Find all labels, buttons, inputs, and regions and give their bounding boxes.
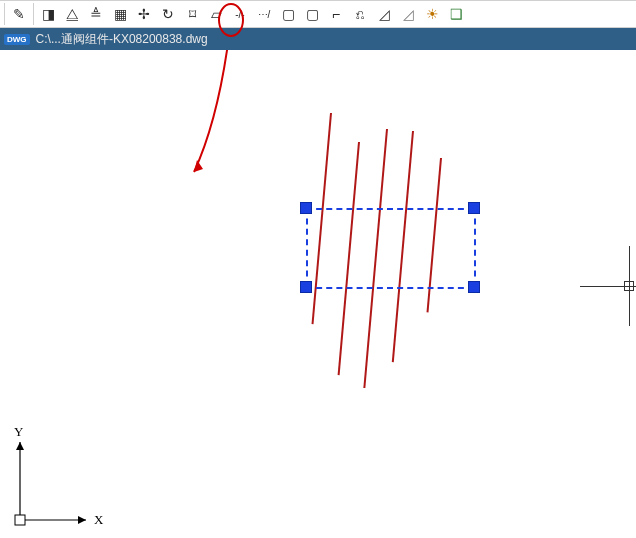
axis-label-x: X — [94, 512, 104, 527]
selection-grip[interactable] — [300, 281, 312, 293]
explode-icon[interactable]: ☀ — [422, 4, 442, 24]
redline-icon — [386, 129, 387, 389]
redline-icon — [412, 131, 413, 363]
svg-rect-4 — [15, 515, 25, 525]
move-icon[interactable]: ✢ — [134, 4, 154, 24]
annotation-circle — [218, 3, 244, 37]
pan-icon[interactable]: ✎ — [9, 4, 29, 24]
selection-edge — [474, 208, 476, 287]
selection-grip[interactable] — [468, 202, 480, 214]
axis-label-y: Y — [14, 424, 24, 439]
scale-icon[interactable]: ◨ — [38, 4, 58, 24]
toolbar-separator — [4, 3, 5, 25]
svg-marker-3 — [16, 442, 24, 450]
svg-marker-1 — [78, 516, 86, 524]
align-icon[interactable]: ≜ — [86, 4, 106, 24]
selection-edge — [306, 208, 308, 287]
block-icon[interactable]: ❑ — [446, 4, 466, 24]
crosshair-pickbox — [624, 281, 634, 291]
redline-icon — [440, 158, 441, 313]
offset-icon[interactable]: ⌑ — [182, 4, 202, 24]
extend-icon[interactable]: ⋯/ — [254, 4, 274, 24]
array-icon[interactable]: ▦ — [110, 4, 130, 24]
rotate-icon[interactable]: ↻ — [158, 4, 178, 24]
selection-edge — [306, 287, 474, 289]
fillet-icon[interactable]: ⌐ — [326, 4, 346, 24]
break-icon[interactable]: ⎌ — [350, 4, 370, 24]
selection-grip[interactable] — [300, 202, 312, 214]
angle2-icon[interactable]: ◿ — [398, 4, 418, 24]
toolbar-separator — [33, 3, 34, 25]
ucs-icon: X Y — [8, 422, 108, 532]
angle1-icon[interactable]: ◿ — [374, 4, 394, 24]
drawing-canvas[interactable]: X Y — [0, 50, 636, 538]
selection-grip[interactable] — [468, 281, 480, 293]
redline-icon — [358, 142, 359, 376]
mirror-icon[interactable]: ⧋ — [62, 4, 82, 24]
dwg-badge: DWG — [4, 34, 30, 45]
chamfer1-icon[interactable]: ▢ — [278, 4, 298, 24]
redline-icon — [330, 113, 331, 325]
document-tabbar: DWG C:\...通阀组件-KX08200838.dwg — [0, 28, 636, 50]
document-title[interactable]: C:\...通阀组件-KX08200838.dwg — [36, 31, 208, 48]
selection-edge — [306, 208, 474, 210]
modify-toolbar: ✎ ◨ ⧋ ≜ ▦ ✢ ↻ ⌑ ▱ -/- ⋯/ ▢ ▢ ⌐ ⎌ ◿ ◿ ☀ ❑ — [0, 0, 636, 28]
chamfer2-icon[interactable]: ▢ — [302, 4, 322, 24]
